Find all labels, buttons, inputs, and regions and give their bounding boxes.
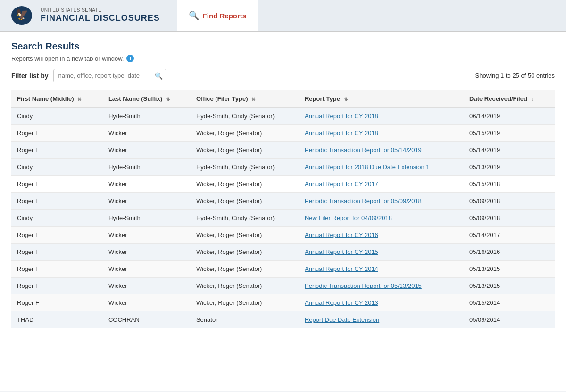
cell-first-name: Roger F	[11, 294, 103, 311]
cell-office: Wicker, Roger (Senator)	[191, 227, 299, 244]
table-row: Roger FWickerWicker, Roger (Senator)Annu…	[11, 294, 555, 311]
cell-date: 05/13/2019	[464, 159, 555, 176]
report-link[interactable]: Annual Report for CY 2017	[305, 180, 378, 188]
cell-first-name: Roger F	[11, 278, 103, 294]
cell-first-name: Roger F	[11, 244, 103, 261]
cell-report-type: Annual Report for CY 2018	[299, 125, 464, 142]
cell-report-type: Annual Report for CY 2018	[299, 107, 464, 125]
sort-icon-first: ⇅	[77, 97, 81, 102]
report-link[interactable]: Report Due Date Extension	[305, 316, 379, 323]
cell-report-type: Periodic Transaction Report for 05/09/20…	[299, 193, 464, 210]
logo-text: UNITED STATES SENATE FINANCIAL DISCLOSUR…	[41, 8, 160, 24]
cell-last-name: Wicker	[103, 125, 191, 142]
cell-office: Hyde-Smith, Cindy (Senator)	[191, 210, 299, 227]
col-report-type[interactable]: Report Type ⇅	[299, 90, 464, 108]
eagle-logo: 🦅	[8, 4, 36, 27]
report-link[interactable]: Periodic Transaction Report for 05/14/20…	[305, 147, 422, 154]
cell-report-type: New Filer Report for 04/09/2018	[299, 210, 464, 227]
filter-search-icon: 🔍	[155, 72, 163, 80]
col-date[interactable]: Date Received/Filed ↓	[464, 90, 555, 108]
cell-first-name: Roger F	[11, 176, 103, 193]
cell-last-name: Wicker	[103, 261, 191, 278]
showing-text: Showing 1 to 25 of 50 entries	[475, 72, 555, 79]
cell-date: 05/14/2019	[464, 142, 555, 159]
cell-date: 05/15/2014	[464, 294, 555, 311]
cell-last-name: Wicker	[103, 227, 191, 244]
cell-first-name: Cindy	[11, 107, 103, 125]
cell-office: Wicker, Roger (Senator)	[191, 244, 299, 261]
cell-date: 05/13/2015	[464, 278, 555, 294]
table-row: Roger FWickerWicker, Roger (Senator)Peri…	[11, 142, 555, 159]
filter-row: Filter list by 🔍 Showing 1 to 25 of 50 e…	[11, 69, 555, 82]
cell-last-name: Wicker	[103, 294, 191, 311]
logo-bottom-line: FINANCIAL DISCLOSURES	[41, 13, 160, 24]
cell-last-name: Wicker	[103, 244, 191, 261]
cell-report-type: Annual Report for CY 2013	[299, 294, 464, 311]
report-link[interactable]: Periodic Transaction Report for 05/13/20…	[305, 282, 422, 289]
cell-date: 06/14/2019	[464, 107, 555, 125]
report-link[interactable]: Periodic Transaction Report for 05/09/20…	[305, 197, 422, 204]
cell-first-name: Roger F	[11, 142, 103, 159]
report-link[interactable]: Annual Report for CY 2013	[305, 299, 378, 306]
cell-date: 05/15/2018	[464, 176, 555, 193]
col-last-name[interactable]: Last Name (Suffix) ⇅	[103, 90, 191, 108]
report-link[interactable]: Annual Report for CY 2016	[305, 231, 378, 238]
cell-office: Hyde-Smith, Cindy (Senator)	[191, 159, 299, 176]
cell-office: Wicker, Roger (Senator)	[191, 125, 299, 142]
find-reports-label: Find Reports	[203, 12, 247, 20]
table-row: CindyHyde-SmithHyde-Smith, Cindy (Senato…	[11, 107, 555, 125]
cell-office: Senator	[191, 311, 299, 328]
cell-report-type: Periodic Transaction Report for 05/14/20…	[299, 142, 464, 159]
logo-top-line: UNITED STATES SENATE	[41, 8, 160, 13]
cell-office: Hyde-Smith, Cindy (Senator)	[191, 107, 299, 125]
table-row: Roger FWickerWicker, Roger (Senator)Peri…	[11, 193, 555, 210]
search-icon: 🔍	[189, 10, 199, 21]
cell-date: 05/09/2014	[464, 311, 555, 328]
info-icon[interactable]: i	[126, 55, 134, 62]
report-link[interactable]: Annual Report for CY 2015	[305, 248, 378, 255]
sort-icon-last: ⇅	[166, 97, 170, 102]
report-link[interactable]: Annual Report for 2018 Due Date Extensio…	[305, 163, 430, 171]
filter-input-wrap: 🔍	[53, 69, 166, 82]
results-table: First Name (Middle) ⇅ Last Name (Suffix)…	[11, 90, 555, 328]
site-header: 🦅 UNITED STATES SENATE FINANCIAL DISCLOS…	[0, 0, 566, 32]
table-row: Roger FWickerWicker, Roger (Senator)Annu…	[11, 244, 555, 261]
cell-first-name: Cindy	[11, 210, 103, 227]
report-link[interactable]: New Filer Report for 04/09/2018	[305, 214, 392, 221]
cell-report-type: Annual Report for CY 2016	[299, 227, 464, 244]
cell-first-name: Cindy	[11, 159, 103, 176]
table-row: Roger FWickerWicker, Roger (Senator)Annu…	[11, 261, 555, 278]
report-link[interactable]: Annual Report for CY 2018	[305, 113, 378, 120]
cell-date: 05/09/2018	[464, 210, 555, 227]
filter-input[interactable]	[53, 69, 166, 82]
cell-report-type: Periodic Transaction Report for 05/13/20…	[299, 278, 464, 294]
reports-notice: Reports will open in a new tab or window…	[11, 55, 555, 62]
find-reports-tab[interactable]: 🔍 Find Reports	[177, 0, 258, 31]
table-row: Roger FWickerWicker, Roger (Senator)Peri…	[11, 278, 555, 294]
sort-icon-report: ⇅	[344, 97, 348, 102]
cell-office: Wicker, Roger (Senator)	[191, 176, 299, 193]
table-row: Roger FWickerWicker, Roger (Senator)Annu…	[11, 176, 555, 193]
cell-date: 05/13/2015	[464, 261, 555, 278]
cell-last-name: Hyde-Smith	[103, 107, 191, 125]
col-first-name[interactable]: First Name (Middle) ⇅	[11, 90, 103, 108]
report-link[interactable]: Annual Report for CY 2014	[305, 265, 378, 272]
table-row: Roger FWickerWicker, Roger (Senator)Annu…	[11, 227, 555, 244]
filter-label: Filter list by	[11, 72, 49, 80]
header-row: First Name (Middle) ⇅ Last Name (Suffix)…	[11, 90, 555, 108]
cell-date: 05/15/2019	[464, 125, 555, 142]
cell-last-name: Hyde-Smith	[103, 159, 191, 176]
main-content: Search Results Reports will open in a ne…	[0, 32, 566, 391]
report-link[interactable]: Annual Report for CY 2018	[305, 130, 378, 137]
cell-date: 05/09/2018	[464, 193, 555, 210]
cell-office: Wicker, Roger (Senator)	[191, 261, 299, 278]
cell-date: 05/16/2016	[464, 244, 555, 261]
logo-area: 🦅 UNITED STATES SENATE FINANCIAL DISCLOS…	[0, 0, 167, 31]
filter-left: Filter list by 🔍	[11, 69, 166, 82]
search-results-title: Search Results	[11, 41, 555, 52]
cell-first-name: Roger F	[11, 261, 103, 278]
cell-last-name: Wicker	[103, 176, 191, 193]
table-header: First Name (Middle) ⇅ Last Name (Suffix)…	[11, 90, 555, 108]
col-office[interactable]: Office (Filer Type) ⇅	[191, 90, 299, 108]
cell-last-name: Wicker	[103, 278, 191, 294]
